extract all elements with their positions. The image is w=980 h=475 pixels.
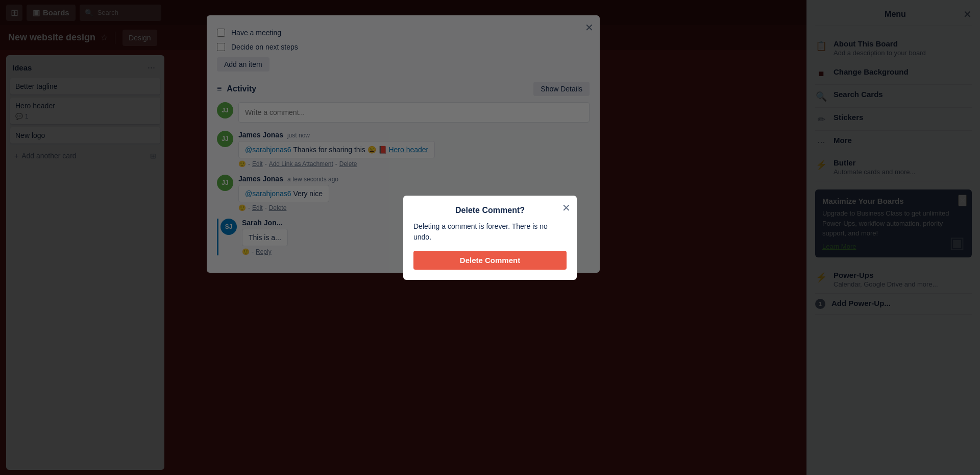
delete-modal-body: Deleting a comment is forever. There is … (413, 221, 567, 243)
delete-modal-overlay[interactable]: Delete Comment? ✕ Deleting a comment is … (0, 0, 980, 475)
delete-modal: Delete Comment? ✕ Deleting a comment is … (403, 196, 577, 280)
delete-modal-title: Delete Comment? (413, 206, 567, 215)
delete-modal-close-button[interactable]: ✕ (562, 202, 571, 214)
confirm-delete-button[interactable]: Delete Comment (413, 251, 567, 270)
